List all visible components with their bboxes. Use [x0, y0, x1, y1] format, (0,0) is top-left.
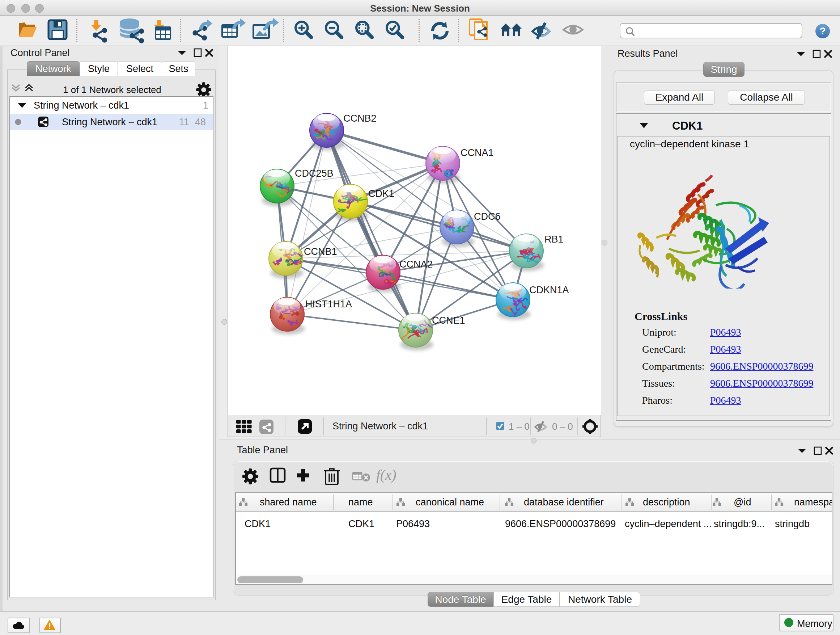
svg-text:CCNB1: CCNB1 — [304, 246, 337, 257]
svg-text:RB1: RB1 — [545, 234, 564, 245]
svg-text:CCNA2: CCNA2 — [399, 259, 433, 270]
svg-text:CDKN1A: CDKN1A — [529, 285, 569, 295]
svg-text:CCNA1: CCNA1 — [461, 147, 494, 158]
svg-text:CDC25B: CDC25B — [295, 168, 333, 179]
svg-text:CDK1: CDK1 — [368, 188, 394, 199]
svg-text:HIST1H1A: HIST1H1A — [305, 299, 352, 310]
svg-text:CCNE1: CCNE1 — [432, 315, 465, 326]
svg-text:CDC6: CDC6 — [474, 211, 501, 222]
svg-text:CCNB2: CCNB2 — [343, 113, 377, 124]
